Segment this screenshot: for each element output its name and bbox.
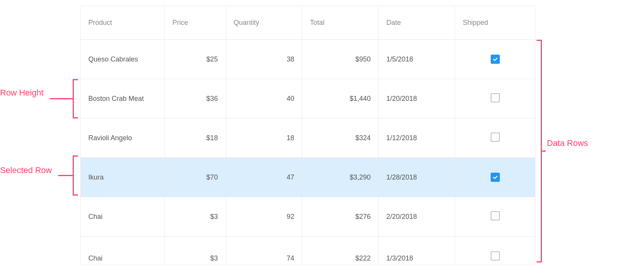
table-row[interactable]: Ravioli Angelo$1818$3241/12/2018	[81, 118, 535, 158]
cell-price: $3	[164, 197, 226, 236]
header-quantity[interactable]: Quantity	[226, 6, 302, 40]
bracket-data-rows	[537, 40, 542, 262]
shipped-checkbox[interactable]	[491, 93, 500, 102]
cell-shipped	[455, 236, 535, 265]
cell-date: 1/3/2018	[379, 236, 455, 265]
cell-price: $3	[164, 236, 226, 265]
cell-total: $276	[302, 197, 379, 236]
cell-date: 2/20/2018	[379, 197, 455, 236]
cell-shipped	[455, 118, 535, 158]
shipped-checkbox[interactable]	[491, 211, 500, 220]
header-product[interactable]: Product	[81, 6, 165, 40]
header-row: Product Price Quantity Total Date Shippe…	[81, 6, 535, 40]
table-row[interactable]: Queso Cabrales$2538$9501/5/2018	[81, 40, 535, 79]
cell-quantity: 92	[226, 197, 302, 236]
table-container: Product Price Quantity Total Date Shippe…	[80, 6, 535, 265]
shipped-checkbox[interactable]	[491, 173, 500, 182]
cell-product: Boston Crab Meat	[81, 79, 165, 118]
table-body: Queso Cabrales$2538$9501/5/2018Boston Cr…	[81, 40, 535, 265]
header-total[interactable]: Total	[302, 6, 379, 40]
table-row[interactable]: Ikura$7047$3,2901/28/2018	[81, 158, 535, 197]
data-grid: Product Price Quantity Total Date Shippe…	[80, 6, 535, 265]
cell-total: $324	[302, 118, 379, 158]
table-row[interactable]: Chai$392$2762/20/2018	[81, 197, 535, 236]
cell-product: Chai	[81, 236, 165, 265]
cell-shipped	[455, 197, 535, 236]
check-icon	[492, 174, 498, 180]
cell-quantity: 40	[226, 79, 302, 118]
annotation-data-rows: Data Rows	[547, 138, 588, 148]
cell-quantity: 47	[226, 158, 302, 197]
header-price[interactable]: Price	[164, 6, 226, 40]
bracket-selected-row	[73, 155, 78, 196]
bracket-data-rows-connector	[542, 151, 546, 152]
cell-price: $36	[164, 79, 226, 118]
cell-shipped	[455, 158, 535, 197]
table-row[interactable]: Chai$374$2221/3/2018	[81, 236, 535, 265]
cell-date: 1/20/2018	[379, 79, 455, 118]
bracket-row-height	[73, 79, 78, 118]
cell-price: $18	[164, 118, 226, 158]
cell-product: Ravioli Angelo	[81, 118, 165, 158]
annotation-selected-row: Selected Row	[0, 165, 52, 175]
cell-product: Chai	[81, 197, 165, 236]
bracket-selected-row-connector	[58, 175, 73, 176]
cell-product: Ikura	[81, 158, 165, 197]
cell-date: 1/28/2018	[379, 158, 455, 197]
cell-quantity: 74	[226, 236, 302, 265]
annotation-row-height: Row Height	[0, 88, 44, 98]
header-date[interactable]: Date	[379, 6, 455, 40]
cell-price: $25	[164, 40, 226, 79]
cell-price: $70	[164, 158, 226, 197]
cell-total: $950	[302, 40, 379, 79]
shipped-checkbox[interactable]	[491, 133, 500, 142]
check-icon	[492, 56, 498, 62]
cell-date: 1/12/2018	[379, 118, 455, 158]
cell-shipped	[455, 40, 535, 79]
cell-product: Queso Cabrales	[81, 40, 165, 79]
cell-quantity: 38	[226, 40, 302, 79]
cell-total: $222	[302, 236, 379, 265]
bracket-row-height-connector	[50, 98, 73, 99]
cell-total: $1,440	[302, 79, 379, 118]
cell-quantity: 18	[226, 118, 302, 158]
shipped-checkbox[interactable]	[491, 55, 500, 64]
cell-date: 1/5/2018	[379, 40, 455, 79]
shipped-checkbox[interactable]	[491, 251, 500, 261]
table-row[interactable]: Boston Crab Meat$3640$1,4401/20/2018	[81, 79, 535, 118]
cell-shipped	[455, 79, 535, 118]
header-shipped[interactable]: Shipped	[455, 6, 535, 40]
cell-total: $3,290	[302, 158, 379, 197]
